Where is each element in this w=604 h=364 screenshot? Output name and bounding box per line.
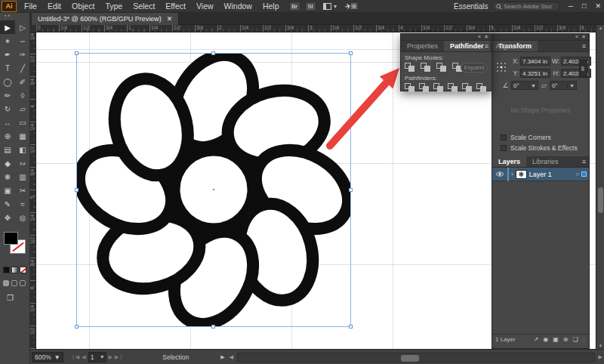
rotate-tool[interactable]: ↻ [0, 102, 15, 116]
collapse-panel-icon[interactable]: « [575, 33, 578, 40]
panel-menu-icon[interactable]: ≡ [485, 41, 488, 52]
expand-button[interactable]: Expand [461, 63, 488, 72]
scroll-down-icon[interactable]: ▼ [596, 344, 604, 348]
tab-align[interactable]: Align [490, 41, 517, 51]
free-transform-tool[interactable]: ▭ [15, 116, 30, 129]
paintbrush-tool[interactable]: ✐ [15, 75, 30, 88]
horizontal-scrollbar[interactable]: ◀ ▶ [230, 350, 604, 364]
vertical-ruler[interactable]: 1/41/23/441/41/23/451/41/23/461/41/2 [30, 32, 36, 349]
eraser-tool[interactable]: ◊ [15, 88, 30, 102]
new-sublayer-icon[interactable]: ⊕ [563, 336, 569, 343]
next-artboard-icon[interactable]: ▶ [109, 354, 112, 360]
mesh-tool[interactable]: ▤ [0, 143, 15, 156]
last-artboard-icon[interactable]: ▶❘ [115, 354, 123, 360]
delete-layer-icon[interactable]: ▯ [583, 336, 586, 343]
document-tab[interactable]: Untitled-3* @ 600% (RGB/GPU Preview) ✕ [32, 13, 179, 25]
merge-icon[interactable] [433, 83, 445, 93]
pathfinder-panel-titlebar[interactable]: « ✕ [401, 34, 492, 41]
ellipse-tool[interactable]: ◯ [0, 75, 15, 88]
selection-tool[interactable]: ▶ [0, 20, 15, 34]
pen-tool[interactable]: ✒ [0, 48, 15, 61]
y-field[interactable] [520, 69, 550, 78]
horizontal-ruler[interactable]: 01/41/23/411/41/23/421/41/23/431/41/23/4… [36, 25, 596, 32]
dock-titlebar[interactable]: « ✕ [492, 34, 589, 41]
perspective-grid-tool[interactable]: ▦ [15, 129, 30, 143]
ruler-origin-corner[interactable] [30, 25, 36, 32]
first-artboard-icon[interactable]: ❘◀ [71, 354, 79, 360]
selection-handle[interactable] [75, 51, 79, 55]
pencil-tool[interactable]: ✏ [0, 88, 15, 102]
intersect-icon[interactable] [436, 63, 448, 72]
menu-type[interactable]: Type [100, 0, 128, 12]
menu-edit[interactable]: Edit [42, 0, 66, 12]
shear-angle-field[interactable] [550, 82, 567, 89]
menu-window[interactable]: Window [219, 0, 257, 12]
scale-tool[interactable]: ▱ [15, 102, 30, 116]
selection-handle[interactable] [349, 51, 353, 55]
selection-handle[interactable] [211, 325, 215, 329]
rotate-angle-select[interactable]: ▼ [511, 81, 538, 90]
selection-handle[interactable] [349, 325, 353, 329]
tab-layers[interactable]: Layers [492, 156, 526, 167]
close-panel-icon[interactable]: ✕ [581, 33, 586, 40]
hand-tool[interactable]: ✥ [0, 211, 15, 224]
divide-icon[interactable] [405, 83, 416, 93]
shape-builder-tool[interactable]: ⊕ [0, 129, 15, 143]
vertical-scroll-thumb[interactable] [598, 187, 603, 213]
menu-select[interactable]: Select [128, 0, 160, 12]
gradient-tool[interactable]: ◧ [15, 143, 30, 156]
tab-close-icon[interactable]: ✕ [167, 15, 173, 23]
previous-artboard-icon[interactable]: ◀ [82, 354, 85, 360]
scroll-up-icon[interactable]: ▲ [596, 26, 604, 30]
panel-menu-icon[interactable]: ≡ [582, 41, 586, 52]
new-layer-icon[interactable]: ❏ [572, 336, 578, 343]
scale-corners-checkbox[interactable] [501, 134, 507, 140]
minus-back-icon[interactable] [476, 83, 488, 93]
tab-libraries[interactable]: Libraries [526, 156, 565, 167]
arrange-documents-button[interactable]: ▼ [323, 3, 338, 10]
horizontal-scroll-thumb[interactable] [401, 355, 419, 362]
locate-object-icon[interactable]: ◉ [543, 336, 548, 343]
menu-file[interactable]: File [19, 0, 42, 12]
zoom-tool[interactable]: ◎ [15, 211, 30, 224]
lasso-tool[interactable]: ∽ [15, 34, 30, 48]
close-panel-icon[interactable]: ✕ [484, 33, 488, 40]
selection-handle[interactable] [349, 188, 353, 192]
close-button[interactable]: ✕ [595, 0, 601, 13]
maximize-button[interactable]: □ [582, 0, 586, 13]
line-segment-tool[interactable]: ╱ [15, 61, 30, 75]
color-button[interactable] [3, 267, 10, 273]
stock-button[interactable]: St [305, 2, 316, 11]
tab-pathfinder[interactable]: Pathfinder [444, 41, 490, 51]
trim-icon[interactable] [419, 83, 430, 93]
minimize-button[interactable]: ─ [569, 0, 573, 13]
search-input[interactable] [504, 3, 552, 10]
eyedropper-tool[interactable]: ◆ [0, 156, 15, 170]
draw-normal-icon[interactable] [3, 280, 9, 286]
shaper-tool[interactable]: ✎ [0, 197, 15, 211]
crop-icon[interactable] [448, 83, 459, 93]
scroll-left-icon[interactable]: ◀ [230, 354, 233, 360]
gradient-button[interactable] [11, 267, 18, 273]
layer-row[interactable]: › ❋ Layer 1 ○ [492, 168, 589, 181]
none-button[interactable] [20, 267, 26, 273]
selection-handle[interactable] [75, 188, 79, 192]
artboard-number-field[interactable] [91, 353, 100, 361]
symbol-sprayer-tool[interactable]: ❋ [0, 170, 15, 184]
scale-strokes-checkbox[interactable] [501, 145, 507, 151]
expand-layer-icon[interactable]: › [511, 171, 513, 177]
magic-wand-tool[interactable]: ✶ [0, 34, 15, 48]
screen-mode-button[interactable]: ❐ [0, 294, 29, 302]
shear-angle-select[interactable]: ▼ [550, 81, 577, 90]
smooth-tool[interactable]: ≈ [15, 197, 30, 211]
selection-center-point[interactable] [212, 188, 215, 191]
tab-properties[interactable]: Properties [401, 41, 444, 51]
column-graph-tool[interactable]: ▥ [15, 170, 30, 184]
fill-color-swatch[interactable] [4, 232, 18, 245]
selection-handle[interactable] [211, 51, 215, 55]
artboard-tool[interactable]: ▣ [0, 184, 15, 197]
unite-icon[interactable] [405, 63, 416, 72]
artboard-number-select[interactable]: ▼ [88, 352, 106, 362]
menu-object[interactable]: Object [66, 0, 100, 12]
selection-handle[interactable] [75, 325, 79, 329]
